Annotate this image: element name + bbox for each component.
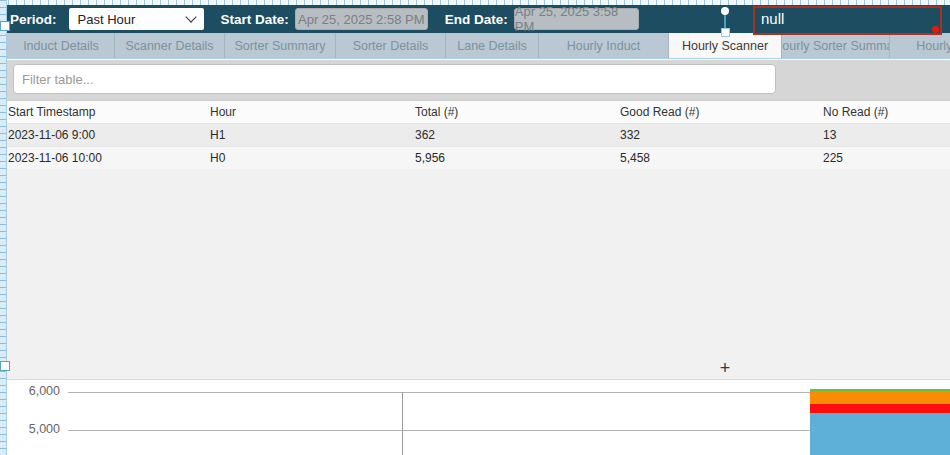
gridline [402, 392, 403, 455]
table-cell: H1 [202, 128, 407, 142]
tab-induct-details[interactable]: Induct Details [8, 33, 115, 59]
column-header: Hour [202, 105, 407, 119]
hourly-scanner-chart: 6,0005,000 [0, 381, 950, 455]
drag-handle-bottom-dot[interactable] [721, 28, 730, 37]
table-cell: 5,956 [407, 151, 612, 165]
filter-table-input[interactable] [13, 64, 776, 94]
tab-lane-details[interactable]: Lane Details [446, 33, 539, 59]
y-axis-tick-label: 6,000 [8, 384, 60, 398]
start-date-input[interactable]: Apr 25, 2025 2:58 PM [295, 8, 428, 30]
null-overlay-text: null [761, 10, 784, 27]
table-cell: 362 [407, 128, 612, 142]
null-overlay-field[interactable]: null [753, 6, 942, 35]
end-date-input[interactable]: Apr 25, 2025 3:58 PM [514, 8, 639, 30]
bar-H0-segment-blue [810, 413, 950, 455]
tab-sorter-summary[interactable]: Sorter Summary [225, 33, 336, 59]
period-select-value: Past Hour [78, 12, 136, 27]
chevron-down-icon [185, 11, 196, 22]
y-axis-tick-label: 5,000 [8, 422, 60, 436]
column-header: Total (#) [407, 105, 612, 119]
table-cell: 225 [815, 151, 950, 165]
selection-handle[interactable] [0, 21, 10, 31]
tab-hourly-sorter-summar[interactable]: Hourly Sorter Summar [782, 33, 890, 59]
ruler-vertical [0, 0, 7, 455]
table-cell: 2023-11-06 10:00 [0, 151, 202, 165]
start-date-label: Start Date: [221, 12, 289, 27]
hourly-scanner-table: Start TimestampHourTotal (#)Good Read (#… [0, 100, 950, 169]
bar-H0-segment-orange [810, 391, 950, 404]
tab-sorter-details[interactable]: Sorter Details [336, 33, 446, 59]
filter-bar [0, 60, 950, 100]
period-select[interactable]: Past Hour [69, 8, 204, 30]
add-button[interactable]: + [714, 357, 736, 379]
table-header-row: Start TimestampHourTotal (#)Good Read (#… [0, 101, 950, 124]
ruler-horizontal [0, 0, 950, 5]
table-cell: 332 [612, 128, 815, 142]
table-row: 2023-11-06 9:00H136233213 [0, 124, 950, 147]
column-header: No Read (#) [815, 105, 950, 119]
selection-handle[interactable] [0, 361, 10, 371]
record-dot-icon [932, 26, 939, 33]
bar-H0-segment-red [810, 404, 950, 413]
end-date-label: End Date: [445, 12, 508, 27]
table-cell: 5,458 [612, 151, 815, 165]
tab-bar: Induct DetailsScanner DetailsSorter Summ… [0, 33, 950, 59]
table-empty-area: + [0, 167, 950, 380]
drag-handle-top-dot[interactable] [721, 7, 729, 15]
tab-hourly-sort[interactable]: Hourly Sort [890, 33, 950, 59]
tab-scanner-details[interactable]: Scanner Details [115, 33, 225, 59]
column-header: Good Read (#) [612, 105, 815, 119]
table-cell: H0 [202, 151, 407, 165]
tab-hourly-induct[interactable]: Hourly Induct [539, 33, 669, 59]
column-header: Start Timestamp [0, 105, 202, 119]
table-row: 2023-11-06 10:00H05,9565,458225 [0, 147, 950, 169]
table-cell: 13 [815, 128, 950, 142]
dashboard-root: Period: Past Hour Start Date: Apr 25, 20… [0, 0, 950, 455]
period-label: Period: [10, 12, 57, 27]
table-cell: 2023-11-06 9:00 [0, 128, 202, 142]
